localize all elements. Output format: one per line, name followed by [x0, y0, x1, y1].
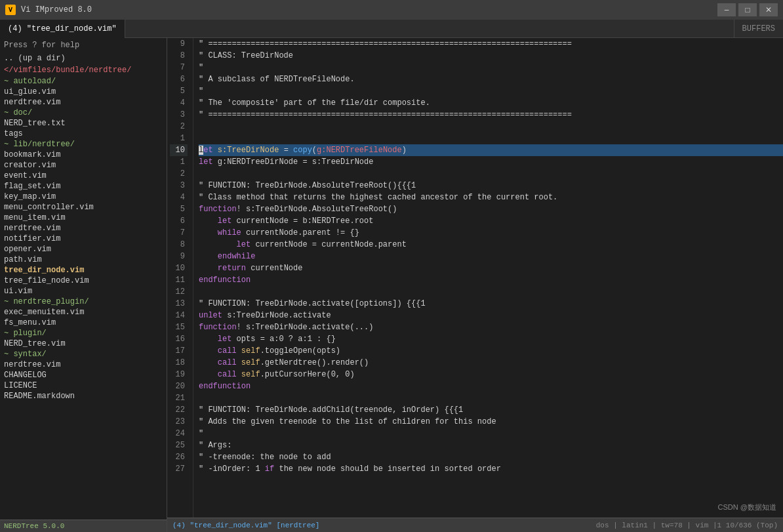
line-number: 1: [170, 156, 188, 168]
line-number: 6: [170, 73, 188, 85]
sidebar-tree-item[interactable]: tree_file_node.vim: [0, 276, 167, 286]
sidebar-root-path[interactable]: </vimfiles/bundle/nerdtree/: [0, 64, 167, 76]
sidebar-tree-item[interactable]: event.vim: [0, 171, 167, 181]
code-line: " FUNCTION: TreeDirNode.addChild(treenod…: [199, 404, 783, 416]
tab-tree-dir-node[interactable]: (4) "tree_dir_node.vim": [0, 20, 125, 38]
sidebar-tree-item[interactable]: fs_menu.vim: [0, 317, 167, 328]
sidebar-tree-item[interactable]: ~ lib/nerdtree/: [0, 139, 167, 150]
code-line: " Adds the given treenode to the list of…: [199, 416, 783, 428]
code-line: " A subclass of NERDTreeFileNode.: [199, 73, 783, 85]
line-number: 10: [170, 144, 188, 156]
minimize-button[interactable]: –: [717, 3, 736, 16]
close-button[interactable]: ✕: [759, 3, 778, 16]
line-number: 17: [170, 345, 188, 357]
sidebar-tree-item[interactable]: tags: [0, 129, 167, 139]
sidebar-tree-item[interactable]: flag_set.vim: [0, 181, 167, 192]
sidebar-header: Press ? for help: [0, 38, 167, 52]
code-line: endwhile: [199, 251, 783, 262]
line-number: 9: [170, 251, 188, 262]
sidebar-tree-item[interactable]: ~ plugin/: [0, 328, 167, 338]
code-line: return currentNode: [199, 262, 783, 274]
sidebar-tree-item[interactable]: exec_menuitem.vim: [0, 307, 167, 317]
sidebar-tree-item[interactable]: opener.vim: [0, 244, 167, 255]
titlebar-controls[interactable]: – □ ✕: [717, 3, 778, 16]
code-line: let s:TreeDirNode = copy(g:NERDTreeFileN…: [199, 144, 783, 156]
code-line: call self.putCursorHere(0, 0): [199, 369, 783, 380]
sidebar-tree-item[interactable]: ~ doc/: [0, 108, 167, 118]
line-number: 8: [170, 239, 188, 251]
line-number: 14: [170, 310, 188, 321]
line-number: 26: [170, 451, 188, 463]
sidebar-tree-item[interactable]: nerdtree.vim: [0, 359, 167, 370]
app-icon: V: [5, 5, 16, 15]
code-line: [199, 121, 783, 133]
sidebar-tree-item[interactable]: ~ syntax/: [0, 349, 167, 359]
code-line: let opts = a:0 ? a:1 : {}: [199, 333, 783, 345]
code-line: [199, 392, 783, 404]
sidebar-tree-item[interactable]: nerdtree.vim: [0, 97, 167, 108]
sidebar-tree-item[interactable]: nerdtree.vim: [0, 223, 167, 234]
sidebar-updir[interactable]: .. (up a dir): [0, 52, 167, 64]
code-line: let currentNode = b:NERDTree.root: [199, 215, 783, 227]
code-line: endfunction: [199, 380, 783, 392]
line-number: 25: [170, 440, 188, 451]
code-lines[interactable]: " ======================================…: [193, 38, 783, 518]
line-numbers: 9876543211012345678910111213141516171819…: [167, 38, 193, 518]
sidebar-tree-item[interactable]: notifier.vim: [0, 234, 167, 244]
line-number: 16: [170, 333, 188, 345]
line-number: 3: [170, 180, 188, 192]
sidebar-tree-item[interactable]: ~ autoload/: [0, 76, 167, 87]
line-number: 24: [170, 428, 188, 440]
code-line: while currentNode.parent != {}: [199, 227, 783, 239]
sidebar-tree: ~ autoload/ ui_glue.vim nerdtree.vim~ do…: [0, 76, 167, 520]
code-line: ": [199, 62, 783, 73]
sidebar-tree-item[interactable]: NERD_tree.txt: [0, 118, 167, 129]
line-number: 23: [170, 416, 188, 428]
code-line: let currentNode = currentNode.parent: [199, 239, 783, 251]
sidebar-tree-item[interactable]: ui_glue.vim: [0, 87, 167, 97]
line-number: 20: [170, 380, 188, 392]
code-line: " ======================================…: [199, 109, 783, 121]
line-number: 2: [170, 121, 188, 133]
sidebar-tree-item[interactable]: CHANGELOG: [0, 370, 167, 380]
line-number: 2: [170, 168, 188, 180]
code-line: " ======================================…: [199, 38, 783, 50]
line-number: 4: [170, 97, 188, 109]
sidebar-tree-item[interactable]: menu_controller.vim: [0, 202, 167, 213]
line-number: 12: [170, 286, 188, 298]
line-number: 13: [170, 298, 188, 310]
line-number: 7: [170, 62, 188, 73]
code-line: [199, 133, 783, 144]
code-line: [199, 286, 783, 298]
sidebar-tree-item[interactable]: LICENCE: [0, 380, 167, 391]
line-number: 19: [170, 369, 188, 380]
sidebar-tree-item[interactable]: README.markdown: [0, 391, 167, 401]
sidebar-tree-item[interactable]: path.vim: [0, 255, 167, 265]
sidebar-tree-item[interactable]: key_map.vim: [0, 192, 167, 202]
sidebar-tree-item[interactable]: ui.vim: [0, 286, 167, 297]
line-number: 11: [170, 274, 188, 286]
code-line: " FUNCTION: TreeDirNode.activate([option…: [199, 298, 783, 310]
buffers-label: BUFFERS: [734, 20, 783, 37]
line-number: 7: [170, 227, 188, 239]
editor-content: 9876543211012345678910111213141516171819…: [167, 38, 783, 518]
titlebar-title: Vi IMproved 8.0: [21, 5, 92, 14]
tabbar: (4) "tree_dir_node.vim" BUFFERS: [0, 20, 783, 38]
maximize-button[interactable]: □: [738, 3, 757, 16]
line-number: 15: [170, 321, 188, 333]
line-number: 4: [170, 192, 188, 203]
sidebar-tree-item[interactable]: menu_item.vim: [0, 213, 167, 223]
code-line: " FUNCTION: TreeDirNode.AbsoluteTreeRoot…: [199, 180, 783, 192]
line-number: 10: [170, 262, 188, 274]
code-line: " -treenode: the node to add: [199, 451, 783, 463]
line-number: 5: [170, 85, 188, 97]
sidebar-tree-item[interactable]: NERD_tree.vim: [0, 338, 167, 349]
sidebar-tree-item[interactable]: tree_dir_node.vim: [0, 265, 167, 276]
sidebar-footer: NERDTree 5.0.0: [0, 520, 167, 532]
code-line: unlet s:TreeDirNode.activate: [199, 310, 783, 321]
sidebar-tree-item[interactable]: ~ nerdtree_plugin/: [0, 297, 167, 307]
line-number: 6: [170, 215, 188, 227]
sidebar-tree-item[interactable]: creator.vim: [0, 160, 167, 171]
code-line: call self.toggleOpen(opts): [199, 345, 783, 357]
sidebar-tree-item[interactable]: bookmark.vim: [0, 150, 167, 160]
